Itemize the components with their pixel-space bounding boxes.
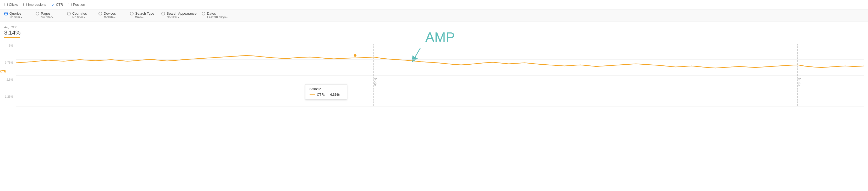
position-checkbox[interactable] xyxy=(68,3,71,6)
countries-filter-label: Countries xyxy=(72,11,87,15)
queries-chevron-icon: ▾ xyxy=(21,16,22,19)
filter-dates[interactable]: Dates Last 90 days ▾ xyxy=(202,11,233,19)
tooltip-box: 6/28/17 CTR: 4.36% xyxy=(305,84,347,99)
avg-ctr-bar xyxy=(4,37,20,38)
y-label-125pct: 1.25% xyxy=(5,95,13,98)
clicks-label: Clicks xyxy=(9,3,18,6)
filter-countries[interactable]: Countries No filter ▾ xyxy=(67,11,98,19)
y-label-375pct: 3.75% xyxy=(5,61,13,64)
search-type-chevron-icon: ▾ xyxy=(142,16,144,19)
dates-chevron-icon: ▾ xyxy=(226,16,227,19)
section-divider xyxy=(32,26,32,41)
dates-radio xyxy=(202,12,205,15)
tooltip-color-line xyxy=(310,94,315,95)
y-axis-labels: 5% 3.75% 2.5% 1.25% xyxy=(4,44,15,117)
countries-filter-sub: No filter xyxy=(72,15,83,19)
filter-pages[interactable]: Pages No filter ▾ xyxy=(36,11,67,19)
metrics-bar: Clicks Impressions ✓ CTR Position xyxy=(0,0,868,9)
filter-bar: Queries No filter ▾ Pages No filter ▾ Co… xyxy=(0,9,868,22)
search-type-filter-label: Search Type xyxy=(135,11,154,15)
impressions-label: Impressions xyxy=(28,3,46,6)
queries-radio xyxy=(4,12,8,15)
y-label-5pct: 5% xyxy=(9,44,13,47)
filter-search-type[interactable]: Search Type Web ▾ xyxy=(130,11,161,19)
tooltip-date: 6/28/17 xyxy=(310,87,343,91)
search-type-radio xyxy=(130,12,133,15)
search-type-filter-sub: Web xyxy=(135,15,142,19)
dates-filter-label: Dates xyxy=(207,11,216,15)
pages-filter-sub: No filter xyxy=(41,15,52,19)
devices-filter-label: Devices xyxy=(104,11,116,15)
tooltip-metric-line: CTR: xyxy=(317,93,325,97)
search-appearance-filter-label: Search Appearance xyxy=(166,11,196,15)
clicks-metric[interactable]: Clicks xyxy=(4,3,18,6)
impressions-metric[interactable]: Impressions xyxy=(23,3,46,6)
pages-radio xyxy=(36,12,39,15)
svg-text:Note: Note xyxy=(373,78,378,86)
tooltip-metric: CTR: 4.36% xyxy=(310,93,343,97)
queries-filter-label: Queries xyxy=(9,11,22,15)
avg-ctr-block: Avg. CTR 3.14% xyxy=(4,26,28,38)
devices-radio xyxy=(98,12,102,15)
dates-filter-sub: Last 90 days xyxy=(207,15,226,19)
clicks-checkbox[interactable] xyxy=(4,3,8,6)
tooltip-metric-value: 4.36% xyxy=(330,93,340,97)
avg-ctr-value: 3.14% xyxy=(4,29,28,36)
devices-filter-sub: Mobile xyxy=(104,15,114,19)
svg-text:Note: Note xyxy=(797,78,802,86)
devices-chevron-icon: ▾ xyxy=(114,16,116,19)
countries-chevron-icon: ▾ xyxy=(84,16,85,19)
search-appearance-radio xyxy=(161,12,165,15)
queries-filter-sub: No filter xyxy=(9,15,20,19)
countries-radio xyxy=(67,12,71,15)
chart-area: Avg. CTR 3.14% CTR AMP 5% 3.75% 2.5% 1.2… xyxy=(0,22,868,124)
ctr-checkmark-icon: ✓ xyxy=(52,3,55,7)
position-label: Position xyxy=(73,3,85,6)
search-appearance-filter-sub: No filter xyxy=(166,15,177,19)
ctr-metric[interactable]: ✓ CTR xyxy=(52,3,63,7)
avg-ctr-section: Avg. CTR 3.14% xyxy=(4,26,864,41)
pages-filter-label: Pages xyxy=(41,11,51,15)
filter-devices[interactable]: Devices Mobile ▾ xyxy=(98,11,130,19)
search-appearance-chevron-icon: ▾ xyxy=(178,16,179,19)
svg-point-10 xyxy=(353,54,357,57)
chart-container: 5% 3.75% 2.5% 1.25% Note Note xyxy=(4,44,864,117)
filter-search-appearance[interactable]: Search Appearance No filter ▾ xyxy=(161,11,202,19)
impressions-checkbox[interactable] xyxy=(23,3,27,6)
position-metric[interactable]: Position xyxy=(68,3,85,6)
ctr-label: CTR xyxy=(56,3,63,6)
avg-ctr-title: Avg. CTR xyxy=(4,26,28,29)
ctr-chart-svg: Note Note xyxy=(16,44,864,107)
filter-queries[interactable]: Queries No filter ▾ xyxy=(4,11,36,19)
pages-chevron-icon: ▾ xyxy=(52,16,54,19)
y-label-25pct: 2.5% xyxy=(6,78,13,81)
